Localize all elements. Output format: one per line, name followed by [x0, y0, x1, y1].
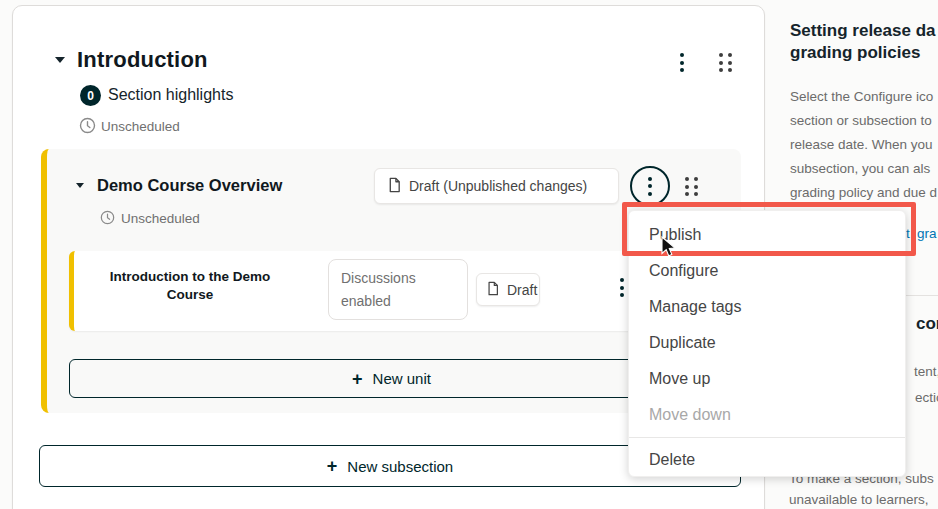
new-unit-label: New unit: [373, 370, 431, 387]
subsection-drag-handle-icon[interactable]: [685, 177, 698, 196]
sidebar-body-fragment: tent,: [914, 364, 938, 379]
unit-discussions-note: Discussions enabled: [328, 259, 468, 320]
clock-icon: [79, 117, 96, 134]
section-schedule-text: Unscheduled: [101, 119, 180, 134]
section-title: Introduction: [77, 47, 208, 73]
subsection-status-label: Draft (Unpublished changes): [409, 178, 587, 194]
sidebar-body-line: section or subsection to: [790, 113, 932, 128]
section-collapse-caret-icon[interactable]: [55, 57, 65, 63]
section-drag-handle-icon[interactable]: [719, 53, 732, 72]
clock-icon: [100, 210, 115, 225]
unit-kebab-menu-icon[interactable]: [620, 278, 624, 297]
unit-status-label: Draft: [507, 282, 537, 298]
sidebar-heading2-fragment: con: [916, 313, 938, 335]
sidebar-footer-line: unavailable to learners,: [789, 492, 929, 507]
sidebar-heading-line-1: Setting release da: [790, 20, 936, 42]
mouse-cursor-icon: [660, 236, 677, 262]
sidebar-body-line: Select the Configure ico: [790, 89, 933, 104]
unit-title[interactable]: Introduction to the Demo Course: [104, 268, 276, 304]
subsection-collapse-caret-icon[interactable]: [76, 183, 84, 188]
sidebar-body-line: release date. When you: [790, 137, 933, 152]
subsection-kebab-menu-button[interactable]: [630, 166, 670, 206]
draft-file-icon: [387, 177, 402, 196]
subsection-title: Demo Course Overview: [97, 176, 282, 195]
menu-divider: [629, 437, 905, 438]
subsection-schedule-text: Unscheduled: [121, 211, 200, 226]
sidebar-body-line: subsection, you can als: [790, 161, 930, 176]
plus-icon: +: [327, 457, 338, 475]
new-unit-button[interactable]: + New unit: [69, 359, 714, 398]
section-kebab-menu-icon[interactable]: [680, 53, 684, 72]
draft-file-icon: [486, 281, 500, 299]
sidebar-body-line: grading policy and due d: [790, 185, 937, 200]
sidebar-heading-line-2: grading policies: [790, 42, 920, 64]
section-highlights-button[interactable]: Section highlights: [108, 86, 233, 104]
unit-status-badge: Draft: [476, 273, 540, 306]
sidebar-body-fragment: ectio: [915, 390, 938, 405]
kebab-icon: [648, 177, 652, 196]
menu-item-delete[interactable]: Delete: [629, 442, 905, 478]
subsection-status-badge: Draft (Unpublished changes): [374, 168, 619, 204]
menu-item-manage-tags[interactable]: Manage tags: [629, 289, 905, 325]
new-subsection-label: New subsection: [347, 458, 453, 475]
sidebar-link-fragment[interactable]: gra: [917, 226, 937, 241]
plus-icon: +: [352, 370, 363, 388]
section-highlights-count-badge: 0: [80, 85, 101, 106]
menu-item-duplicate[interactable]: Duplicate: [629, 325, 905, 361]
menu-item-move-down: Move down: [629, 397, 905, 433]
menu-item-move-up[interactable]: Move up: [629, 361, 905, 397]
